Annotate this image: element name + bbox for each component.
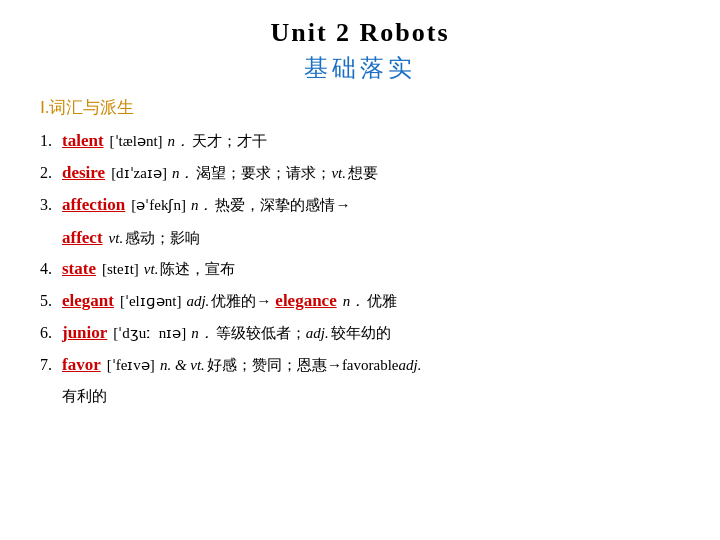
- entry-2: 2. desire [dɪˈzaɪə] n． 渴望；要求；请求； vt. 想要: [40, 159, 680, 186]
- entry-4-pos: vt.: [144, 257, 159, 281]
- entry-3-cont-word: affect: [62, 224, 103, 251]
- entry-1-phonetic: [ˈtælənt]: [110, 129, 163, 153]
- entry-2-num: 2.: [40, 160, 62, 186]
- entry-1: 1. talent [ˈtælənt] n． 天才；才干: [40, 127, 680, 154]
- entry-4-word: state: [62, 255, 96, 282]
- entry-2-pos2: vt.: [331, 161, 346, 185]
- title: Unit 2 Robots: [40, 18, 680, 48]
- entry-2-word: desire: [62, 159, 105, 186]
- entry-5-num: 5.: [40, 288, 62, 314]
- entry-3-num: 3.: [40, 192, 62, 218]
- entry-2-pos: n．: [172, 161, 195, 185]
- entry-7-def: 好感；赞同；恩惠→favorable: [207, 353, 399, 377]
- entry-4-num: 4.: [40, 256, 62, 282]
- entry-6-pos2: adj.: [306, 321, 329, 345]
- entry-3: 3. affection [əˈfekʃn] n． 热爱，深挚的感情→: [40, 191, 680, 218]
- entry-7-num: 7.: [40, 352, 62, 378]
- entry-6-num: 6.: [40, 320, 62, 346]
- entry-3-cont-def: 感动；影响: [125, 226, 200, 250]
- entry-1-num: 1.: [40, 128, 62, 154]
- entry-6-def: 等级较低者；: [216, 321, 306, 345]
- entry-4-def: 陈述，宣布: [160, 257, 235, 281]
- entry-1-pos: n．: [168, 129, 191, 153]
- subtitle: 基础落实: [40, 52, 680, 84]
- entry-6-def2: 较年幼的: [331, 321, 391, 345]
- entry-6-word: junior: [62, 319, 107, 346]
- entry-7-phonetic: [ˈfeɪvə]: [107, 353, 155, 377]
- entry-3-cont: affect vt. 感动；影响: [62, 224, 680, 251]
- entry-1-word: talent: [62, 127, 104, 154]
- entry-5-word: elegant: [62, 287, 114, 314]
- entry-5-def: 优雅的→: [211, 289, 271, 313]
- entry-7-posend: adj.: [399, 353, 422, 377]
- section-header: Ⅰ.词汇与派生: [40, 96, 680, 119]
- entry-7-word: favor: [62, 351, 101, 378]
- entry-6-phonetic: [ˈdʒuː nɪə]: [113, 321, 186, 345]
- entry-5-def2: 优雅: [367, 289, 397, 313]
- entry-5-word2: elegance: [275, 287, 336, 314]
- entry-5-pos2: n．: [343, 289, 366, 313]
- entry-4: 4. state [steɪt] vt. 陈述，宣布: [40, 255, 680, 282]
- entry-5-pos: adj.: [186, 289, 209, 313]
- entry-6-pos: n．: [191, 321, 214, 345]
- entry-3-pos: n．: [191, 193, 214, 217]
- entry-7-line2: 有利的: [62, 384, 680, 408]
- entry-3-def: 热爱，深挚的感情→: [215, 193, 350, 217]
- entry-2-def: 渴望；要求；请求；: [196, 161, 331, 185]
- entry-2-def2: 想要: [348, 161, 378, 185]
- entry-5: 5. elegant [ˈelɪɡənt] adj. 优雅的→ elegance…: [40, 287, 680, 314]
- entry-4-phonetic: [steɪt]: [102, 257, 139, 281]
- entry-3-phonetic: [əˈfekʃn]: [131, 193, 186, 217]
- entry-7: 7. favor [ˈfeɪvə] n. & vt. 好感；赞同；恩惠→favo…: [40, 351, 680, 378]
- entry-1-def: 天才；才干: [192, 129, 267, 153]
- entry-2-phonetic: [dɪˈzaɪə]: [111, 161, 167, 185]
- entry-5-phonetic: [ˈelɪɡənt]: [120, 289, 181, 313]
- entry-7-pos1: n. & vt.: [160, 353, 205, 377]
- entry-3-word: affection: [62, 191, 125, 218]
- entry-6: 6. junior [ˈdʒuː nɪə] n． 等级较低者； adj. 较年幼…: [40, 319, 680, 346]
- entry-3-cont-pos: vt.: [109, 226, 124, 250]
